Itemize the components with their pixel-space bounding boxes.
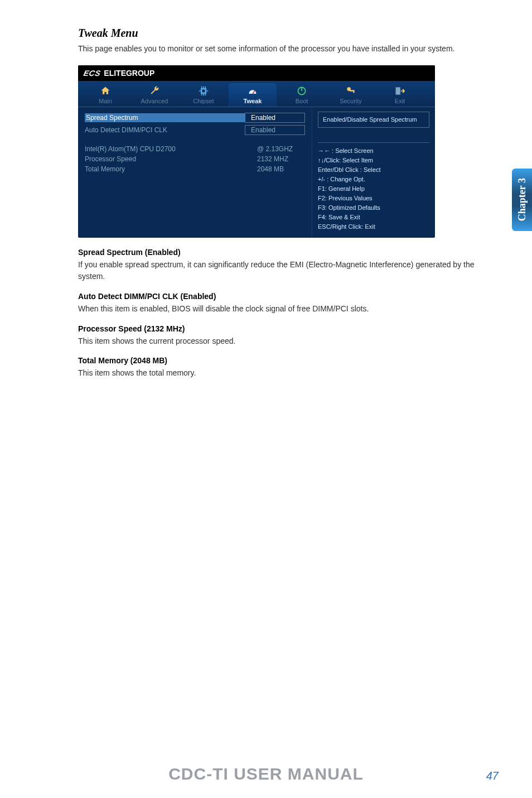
bios-row-value: 2132 MHZ [257,155,305,163]
key-icon [345,85,357,97]
bios-row-label: Total Memory [85,165,257,173]
bios-tab-strip: MainAdvancedChipsetTweakBootSecurityExit [78,81,435,107]
entry-heading: Auto Detect DIMM/PCI CLK (Enabled) [78,292,499,301]
bios-row[interactable]: Auto Detect DIMM/PCI CLKEnabled [85,125,305,135]
bios-row: Processor Speed2132 MHZ [85,155,305,163]
bios-tab-label: Main [99,98,112,104]
bios-left-pane: Spread SpectrumEnabledAuto Detect DIMM/P… [78,107,312,238]
bios-row[interactable]: Spread SpectrumEnabled [85,113,305,123]
bios-row: Total Memory2048 MB [85,165,305,173]
chapter-tab-label: Chapter 3 [516,178,528,221]
bios-row-label: Auto Detect DIMM/PCI CLK [85,126,245,134]
bios-help-line: F3: Optimized Defaults [318,203,429,213]
bios-help-context: Enabled/Disable Spread Spectrum [318,112,429,128]
bios-help-line: +/- : Change Opt. [318,175,429,184]
bios-gap [85,137,305,145]
bios-tab-label: Chipset [193,98,214,104]
bios-screenshot: ECS ELITEGROUP MainAdvancedChipsetTweakB… [78,65,435,238]
page: Tweak Menu This page enables you to moni… [0,0,532,798]
bios-row-label: Processor Speed [85,155,257,163]
power-icon [296,85,308,97]
entry-heading: Total Memory (2048 MB) [78,356,499,365]
bios-row-label: Spread Spectrum [85,113,245,122]
bios-tab-label: Security [340,98,362,104]
lead-text: This page enables you to monitor or set … [78,43,499,55]
bios-row-value: @ 2.13GHZ [257,145,305,153]
svg-rect-16 [396,87,400,94]
bios-brand-bar: ECS ELITEGROUP [78,65,435,81]
bios-help-line: →← : Select Screen [318,146,429,156]
bios-tab-label: Exit [395,98,405,104]
entries: Spread Spectrum (Enabled)If you enable s… [78,248,499,379]
page-title: Tweak Menu [78,27,499,40]
bios-tab-exit[interactable]: Exit [376,83,424,107]
bios-row-value: Enabled [245,125,305,135]
bios-tab-advanced[interactable]: Advanced [130,83,178,107]
entry-heading: Processor Speed (2132 MHz) [78,324,499,333]
entry-heading: Spread Spectrum (Enabled) [78,248,499,257]
bios-tab-boot[interactable]: Boot [278,83,326,107]
entry-body: If you enable spread spectrum, it can si… [78,259,499,283]
footer-brand: CDC-TI USER MANUAL [168,765,364,783]
chapter-tab: Chapter 3 [512,169,532,231]
bios-right-pane: Enabled/Disable Spread Spectrum →← : Sel… [312,107,435,238]
bios-tab-label: Boot [296,98,308,104]
bios-tab-main[interactable]: Main [81,83,129,107]
bios-tab-tweak[interactable]: Tweak [229,83,277,107]
entry-body: This item shows the total memory. [78,367,499,379]
bios-row: Intel(R) Atom(TM) CPU D2700@ 2.13GHZ [85,145,305,153]
bios-help-keys: →← : Select Screen↑↓/Click: Select ItemE… [318,142,429,232]
wrench-icon [148,85,161,97]
svg-rect-15 [353,92,355,93]
bios-row-value: Enabled [245,113,305,123]
svg-rect-1 [202,89,205,92]
bios-help-line: Enter/Dbl Click : Select [318,165,429,175]
exit-icon [394,85,406,97]
bios-tab-security[interactable]: Security [327,83,375,107]
bios-tab-label: Tweak [244,98,262,104]
bios-help-line: ↑↓/Click: Select Item [318,156,429,165]
bios-body: Spread SpectrumEnabledAuto Detect DIMM/P… [78,107,435,238]
bios-help-line: ESC/Right Click: Exit [318,222,429,232]
bios-help-line: F1: General Help [318,184,429,194]
entry-body: When this item is enabled, BIOS will dis… [78,303,499,315]
bios-tab-label: Advanced [141,98,168,104]
gauge-icon [246,85,259,97]
bios-row-label: Intel(R) Atom(TM) CPU D2700 [85,145,257,153]
bios-row-value: 2048 MB [257,165,305,173]
ecs-logo: ECS [83,69,101,78]
bios-brand-label: ELITEGROUP [104,69,154,78]
svg-rect-14 [350,90,354,92]
entry-body: This item shows the current processor sp… [78,335,499,348]
footer-page-number: 47 [486,770,499,782]
bios-tab-chipset[interactable]: Chipset [180,83,228,107]
bios-help-line: F4: Save & Exit [318,213,429,222]
bios-help-line: F2: Previous Values [318,194,429,203]
home-icon [99,85,112,97]
page-footer: CDC-TI USER MANUAL 47 [0,765,532,783]
chip-icon [197,85,210,97]
